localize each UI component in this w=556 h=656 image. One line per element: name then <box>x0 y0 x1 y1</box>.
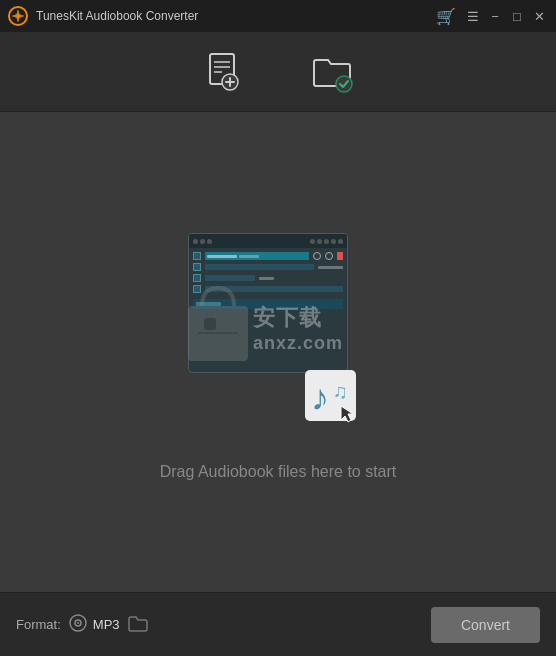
watermark-text: 安下载 anxz.com <box>253 303 343 354</box>
cart-icon[interactable]: 🛒 <box>432 5 460 28</box>
svg-text:♪: ♪ <box>311 377 329 418</box>
output-path-icon[interactable] <box>128 614 148 636</box>
drag-drop-text: Drag Audiobook files here to start <box>160 463 397 481</box>
toolbar <box>0 32 556 112</box>
format-disc-icon <box>69 614 87 636</box>
main-content: 安下载 anxz.com ♪ ♫ Drag Audiobook files he… <box>0 112 556 592</box>
close-button[interactable]: ✕ <box>530 7 548 25</box>
svg-text:♫: ♫ <box>333 380 348 402</box>
minimize-button[interactable]: − <box>486 7 504 25</box>
window-controls: 🛒 ☰ − □ ✕ <box>432 5 548 28</box>
svg-point-1 <box>15 13 21 19</box>
title-bar: TunesKit Audiobook Converter 🛒 ☰ − □ ✕ <box>0 0 556 32</box>
svg-point-19 <box>77 622 79 624</box>
svg-rect-11 <box>204 318 216 330</box>
menu-icon[interactable]: ☰ <box>464 7 482 25</box>
app-title: TunesKit Audiobook Converter <box>36 9 432 23</box>
music-note-icon: ♪ ♫ <box>303 368 358 423</box>
watermark-bag-icon <box>178 278 258 368</box>
maximize-button[interactable]: □ <box>508 7 526 25</box>
bottom-bar: Format: MP3 Convert <box>0 592 556 656</box>
output-folder-button[interactable] <box>308 48 356 96</box>
add-files-button[interactable] <box>200 48 248 96</box>
convert-button[interactable]: Convert <box>431 607 540 643</box>
svg-point-9 <box>336 76 352 92</box>
format-value: MP3 <box>93 617 120 632</box>
illustration-area: 安下载 anxz.com ♪ ♫ <box>168 223 388 443</box>
format-label: Format: <box>16 617 61 632</box>
app-logo <box>8 6 28 26</box>
